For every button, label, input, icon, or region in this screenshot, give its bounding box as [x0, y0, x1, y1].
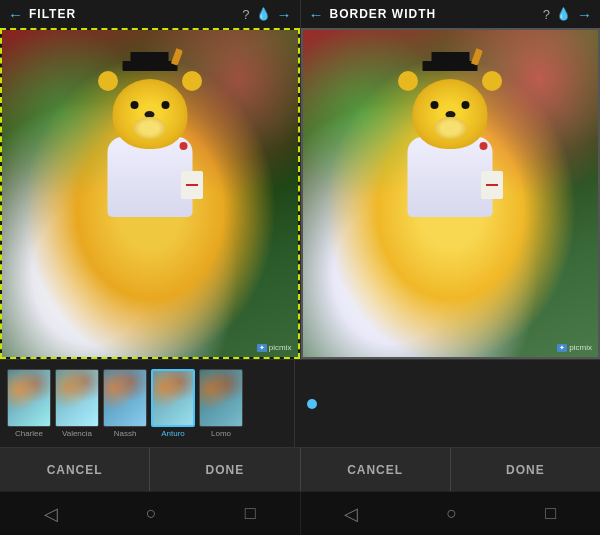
nav-back-icon-right[interactable]: ◁ — [344, 503, 358, 525]
filter-panel: ← FILTER ? 💧 → — [0, 0, 301, 359]
filter-thumb-nassh[interactable]: Nassh — [102, 369, 148, 438]
filter-action-buttons: CANCEL DONE — [0, 448, 301, 491]
border-forward-arrow[interactable]: → — [577, 6, 592, 23]
border-question-icon[interactable]: ? — [543, 7, 550, 22]
border-done-button[interactable]: DONE — [451, 448, 600, 491]
filter-back-arrow[interactable]: ← — [8, 6, 23, 23]
border-width-slider-area — [295, 360, 601, 447]
filter-thumb-charlee[interactable]: Charlee — [6, 369, 52, 438]
nav-square-icon-right[interactable]: □ — [545, 503, 556, 524]
nav-bar: ◁ ○ □ ◁ ○ □ — [0, 491, 600, 535]
nav-back-icon-left[interactable]: ◁ — [44, 503, 58, 525]
border-width-image-area: ✦ picmix — [301, 28, 601, 359]
filter-image-area: ✦ picmix — [0, 28, 300, 359]
filter-thumb-valencia[interactable]: Valencia — [54, 369, 100, 438]
filter-question-icon[interactable]: ? — [242, 7, 249, 22]
border-title: BORDER WIDTH — [330, 7, 537, 21]
nav-home-icon-left[interactable]: ○ — [146, 503, 157, 524]
filter-title: FILTER — [29, 7, 236, 21]
border-width-panel: ← BORDER WIDTH ? 💧 → — [301, 0, 601, 359]
filter-panel-header: ← FILTER ? 💧 → — [0, 0, 300, 28]
picmix-logo-right: ✦ picmix — [557, 343, 592, 352]
filter-cancel-button[interactable]: CANCEL — [0, 448, 150, 491]
border-back-arrow[interactable]: ← — [309, 6, 324, 23]
action-buttons: CANCEL DONE CANCEL DONE — [0, 447, 600, 491]
top-panels: ← FILTER ? 💧 → — [0, 0, 600, 359]
filter-thumb-lomo[interactable]: Lomo — [198, 369, 244, 438]
filter-forward-arrow[interactable]: → — [277, 6, 292, 23]
border-action-buttons: CANCEL DONE — [301, 448, 601, 491]
filter-done-button[interactable]: DONE — [150, 448, 299, 491]
filter-thumbnails: Charlee Valencia Nassh — [0, 360, 295, 447]
filter-drop-icon[interactable]: 💧 — [256, 7, 271, 21]
nav-home-icon-right[interactable]: ○ — [446, 503, 457, 524]
nav-left: ◁ ○ □ — [0, 492, 301, 535]
filter-strip: Charlee Valencia Nassh — [0, 359, 600, 447]
border-drop-icon[interactable]: 💧 — [556, 7, 571, 21]
nav-right: ◁ ○ □ — [301, 492, 601, 535]
filter-thumb-anturo[interactable]: Anturo — [150, 369, 196, 438]
slider-dot[interactable] — [307, 399, 317, 409]
border-width-panel-header: ← BORDER WIDTH ? 💧 → — [301, 0, 601, 28]
picmix-logo-left: ✦ picmix — [257, 343, 292, 352]
nav-square-icon-left[interactable]: □ — [245, 503, 256, 524]
border-cancel-button[interactable]: CANCEL — [301, 448, 451, 491]
